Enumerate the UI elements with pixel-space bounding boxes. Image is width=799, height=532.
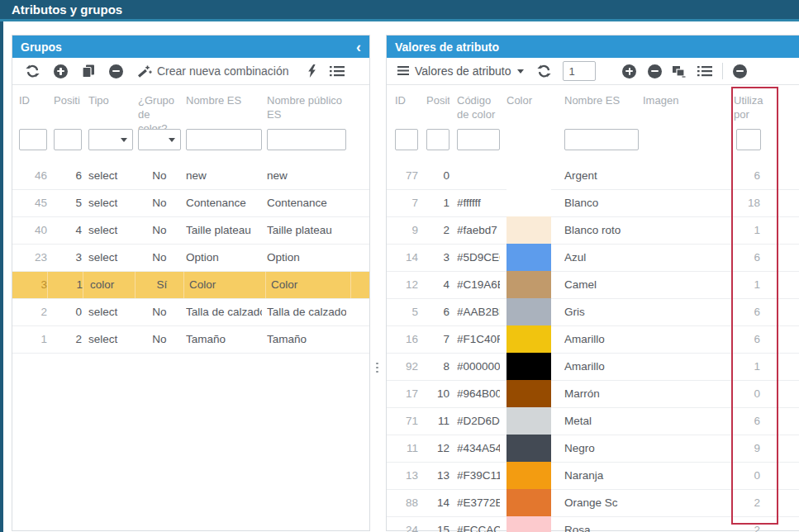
color-swatch	[507, 325, 551, 354]
group-type: select	[88, 326, 133, 353]
group-name-es: Tamaño	[186, 326, 262, 353]
filter-id-input[interactable]	[395, 129, 418, 150]
filter-position-input[interactable]	[426, 129, 449, 150]
value-name-es: Blanco roto	[564, 217, 639, 244]
value-row[interactable]: 14 3 #5D9CEC Azul 6	[387, 245, 799, 272]
group-row[interactable]: 40 4 select No Taille plateau Taille pla…	[12, 217, 369, 245]
value-color-code	[457, 163, 500, 189]
value-image-cell	[643, 163, 725, 189]
magic-wand-icon[interactable]	[137, 64, 152, 78]
value-row[interactable]: 71 11 #D2D6D8 Metal 6	[387, 408, 799, 435]
value-color-code: #F1C40F	[457, 326, 500, 353]
value-row[interactable]: 88 14 #E3772E Orange Sc 2	[387, 490, 799, 517]
value-color-code: #faebd7	[457, 217, 500, 244]
value-row[interactable]: 12 4 #C19A6B Camel 1	[387, 272, 799, 299]
create-combination-button[interactable]: Crear nueva combinación	[157, 64, 289, 78]
groups-panel-header: Grupos	[12, 36, 369, 58]
add-icon[interactable]	[622, 64, 636, 78]
group-is-color-group: No	[138, 163, 181, 189]
group-is-color-group: No	[138, 326, 181, 353]
color-swatch	[507, 462, 551, 490]
column-header-color-group: ¿Grupo de color?	[138, 94, 181, 126]
refresh-icon[interactable]	[26, 64, 40, 78]
group-is-color-group: No	[138, 217, 181, 244]
value-id: 14	[395, 245, 418, 271]
group-row[interactable]: 46 6 select No new new	[12, 163, 369, 190]
value-color-code: #434A54	[457, 435, 500, 462]
group-name-es: Taille plateau	[186, 217, 262, 244]
value-color-code: #5D9CEC	[457, 245, 500, 271]
value-position: 7	[426, 326, 449, 353]
refresh-icon[interactable]	[537, 64, 551, 78]
group-row[interactable]: 1 2 select No Tamaño Tamaño	[12, 326, 369, 354]
group-row[interactable]: 23 3 select No Option Option	[12, 245, 369, 272]
list-icon[interactable]	[697, 65, 712, 77]
value-name-es: Camel	[564, 272, 639, 298]
value-row[interactable]: 7 1 #ffffff Blanco 18	[387, 190, 799, 217]
value-color-code: #ffffff	[457, 190, 500, 216]
group-row[interactable]: 45 5 select No Contenance Contenance	[12, 190, 369, 217]
group-position: 4	[54, 217, 82, 244]
toolbar-divider	[722, 63, 723, 79]
group-id: 46	[19, 163, 47, 189]
value-name-es: Negro	[564, 435, 639, 462]
filter-type-select[interactable]	[88, 129, 133, 150]
remove-icon[interactable]	[109, 64, 123, 78]
view-selector-dropdown[interactable]: Valores de atributo	[397, 64, 524, 78]
panel-resize-handle[interactable]	[374, 359, 380, 377]
value-row[interactable]: 9 2 #faebd7 Blanco roto 1	[387, 217, 799, 245]
filter-position-input[interactable]	[54, 129, 82, 150]
column-header-color: Color	[507, 94, 551, 126]
group-id: 23	[19, 245, 47, 271]
color-swatch	[507, 189, 551, 217]
value-image-cell	[643, 354, 725, 380]
value-row[interactable]: 11 12 #434A54 Negro 9	[387, 435, 799, 463]
value-id: 9	[395, 217, 418, 244]
column-header-used-by: Utiliza por	[734, 94, 771, 126]
hamburger-icon	[397, 64, 409, 78]
value-image-cell	[643, 217, 725, 244]
add-icon[interactable]	[54, 64, 68, 78]
filter-used-by-input[interactable]	[736, 129, 761, 150]
value-row[interactable]: 16 7 #F1C40F Amarillo 6	[387, 326, 799, 354]
column-header-position: Positi	[54, 94, 82, 126]
copy-icon[interactable]	[82, 64, 95, 78]
page-number-input[interactable]	[563, 61, 596, 81]
group-type: select	[88, 217, 133, 244]
remove-icon[interactable]	[648, 64, 662, 78]
color-swatch	[507, 489, 551, 517]
filter-public-name-input[interactable]	[267, 129, 346, 150]
value-used-by: 0	[734, 463, 760, 489]
collapse-panel-icon[interactable]	[356, 40, 361, 55]
window-edge	[0, 21, 3, 532]
value-name-es: Azul	[564, 245, 639, 271]
group-id: 2	[19, 299, 47, 325]
value-used-by: 6	[734, 245, 760, 271]
value-row[interactable]: 77 0 Argent 6	[387, 163, 799, 190]
group-row[interactable]: 3 1 color Sí Color Color	[12, 272, 369, 299]
groups-header-row: ID Positi Tipo ¿Grupo de color? Nombre E…	[12, 85, 369, 126]
filter-color-code-input[interactable]	[457, 129, 500, 150]
filter-id-input[interactable]	[19, 129, 47, 150]
filter-name-es-input[interactable]	[186, 129, 262, 150]
group-id: 1	[19, 326, 47, 353]
lightning-icon[interactable]	[307, 64, 316, 78]
group-id: 3	[19, 272, 48, 298]
value-row[interactable]: 24 15 #FCCACD Rosa 2	[387, 517, 799, 532]
filter-name-es-input[interactable]	[564, 129, 639, 150]
group-row[interactable]: 2 0 select No Talla de calzado Talla de …	[12, 299, 369, 326]
group-id: 45	[19, 190, 47, 216]
group-name-es: new	[186, 163, 262, 189]
groups-panel-title: Grupos	[21, 40, 62, 54]
filter-color-group-select[interactable]	[138, 129, 181, 150]
value-position: 12	[426, 435, 449, 462]
duplicate-icon[interactable]	[672, 65, 686, 78]
value-row[interactable]: 13 13 #F39C11 Naranja 0	[387, 463, 799, 490]
value-image-cell	[643, 272, 725, 298]
value-row[interactable]: 5 6 #AAB2BD Gris 6	[387, 299, 799, 326]
value-row[interactable]: 17 10 #964B00 Marrón 0	[387, 381, 799, 408]
list-icon[interactable]	[330, 65, 345, 77]
value-row[interactable]: 92 8 #000000 Amarillo 1	[387, 354, 799, 381]
remove-icon[interactable]	[733, 64, 747, 78]
column-header-image: Imagen	[643, 94, 725, 126]
